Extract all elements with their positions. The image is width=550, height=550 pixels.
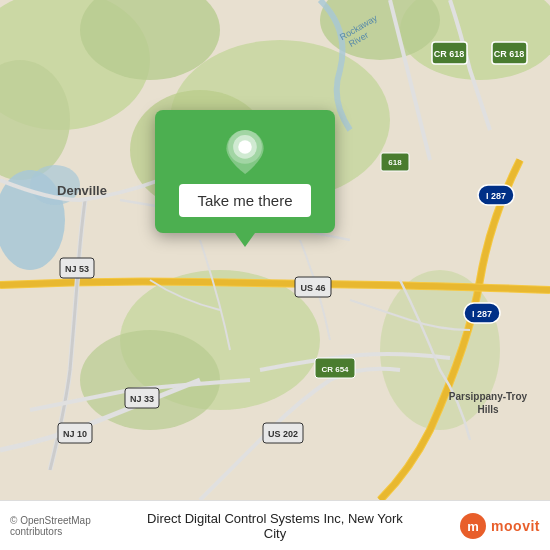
svg-text:I 287: I 287: [486, 191, 506, 201]
svg-text:I 287: I 287: [472, 309, 492, 319]
map-container: CR 618 CR 618 618 I 287 NJ 53 US 46 I 28…: [0, 0, 550, 500]
svg-text:NJ 10: NJ 10: [63, 429, 87, 439]
moovit-brand-icon: m: [459, 512, 487, 540]
attribution-text: © OpenStreetMap contributors: [10, 515, 143, 537]
svg-text:Denville: Denville: [57, 183, 107, 198]
bottom-bar: © OpenStreetMap contributors Direct Digi…: [0, 500, 550, 550]
moovit-logo: m moovit: [408, 512, 541, 540]
moovit-brand-name: moovit: [491, 518, 540, 534]
svg-text:Hills: Hills: [477, 404, 499, 415]
pin-icon: [223, 130, 267, 174]
svg-point-43: [239, 141, 251, 153]
svg-text:m: m: [467, 519, 479, 534]
svg-text:618: 618: [388, 158, 402, 167]
svg-text:NJ 33: NJ 33: [130, 394, 154, 404]
popup-card: Take me there: [155, 110, 335, 233]
svg-text:CR 618: CR 618: [434, 49, 465, 59]
svg-text:US 202: US 202: [268, 429, 298, 439]
svg-text:NJ 53: NJ 53: [65, 264, 89, 274]
take-me-there-button[interactable]: Take me there: [179, 184, 310, 217]
map-svg: CR 618 CR 618 618 I 287 NJ 53 US 46 I 28…: [0, 0, 550, 500]
svg-text:CR 618: CR 618: [494, 49, 525, 59]
svg-text:CR 654: CR 654: [321, 365, 349, 374]
svg-text:US 46: US 46: [300, 283, 325, 293]
business-name: Direct Digital Control Systems Inc, New …: [143, 511, 408, 541]
svg-text:Parsippany-Troy: Parsippany-Troy: [449, 391, 528, 402]
